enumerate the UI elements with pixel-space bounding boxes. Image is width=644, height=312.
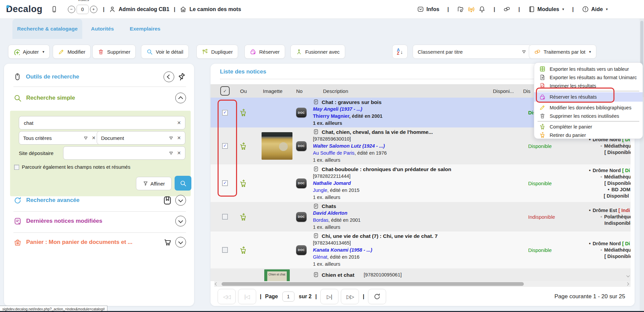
advanced-search-title[interactable]: Recherche avancée [26,197,80,204]
notice-title[interactable]: Chat, chien, cheval, dans la vie de l'ho… [322,128,433,136]
row-checkbox[interactable] [222,143,228,149]
menu-item-delete-unused[interactable]: Supprimer les notices inutilisées [534,112,643,120]
tools-section-title[interactable]: Outils de recherche [26,73,79,80]
column-header-description[interactable]: Description [309,88,489,94]
search-input[interactable] [23,120,177,126]
sort-direction-button[interactable]: AZ ↓ [392,45,408,59]
cover-thumbnail[interactable]: Chien et chat [264,269,290,281]
notice-publisher-link[interactable]: Au Souffle de Paris [313,150,355,156]
last-page-button[interactable] [341,289,359,304]
pin-icon[interactable] [177,72,186,81]
menu-item-remove-basket[interactable]: Retirer du panier [534,131,643,139]
add-button[interactable]: Ajouter [8,45,50,59]
notice-row[interactable]: Chien et chat Chien et chat[978201009506… [211,268,631,281]
first-page-button[interactable] [218,289,236,304]
column-header-notice[interactable]: No [292,88,309,94]
modules-menu-button[interactable]: Modules [528,6,564,13]
column-header-disponibilite[interactable]: Disponi... [489,88,519,94]
funnel-icon[interactable] [169,136,174,141]
tab-recherche-catalogage[interactable]: Recherche & catalogage [12,19,82,39]
clear-doctype-icon[interactable] [177,135,181,141]
clear-site-icon[interactable] [177,150,181,156]
funnel-icon[interactable] [83,136,88,141]
visites-increment-button[interactable]: + [90,6,97,13]
infos-button[interactable]: Infos [417,6,439,13]
reserve-button[interactable]: Réserver [244,45,285,59]
expand-basket-button[interactable] [175,237,186,248]
add-to-cart-icon[interactable] [239,246,247,254]
select-all-checkbox[interactable] [220,86,230,96]
notice-row[interactable]: DOC Chats David Alderton Bordas, édité e… [211,202,631,232]
column-header-outils[interactable]: Ou [235,88,254,94]
add-to-cart-icon[interactable] [239,179,247,188]
notice-row[interactable]: DOC Chat-bouboule : chroniques d'un préd… [211,164,631,202]
tab-exemplaires[interactable]: Exemplaires [130,19,160,39]
notes-checkbox[interactable] [14,165,19,170]
refine-button[interactable]: Affiner [136,177,172,190]
menu-item-reserve-results[interactable]: Réserver les résultats [534,92,643,102]
notice-author-link[interactable]: David Alderton [313,210,348,217]
refresh-button[interactable] [368,289,386,304]
tab-autorites[interactable]: Autorités [90,19,114,39]
expand-recent-notices-button[interactable] [175,216,186,226]
scrollbar-thumb[interactable] [222,282,524,286]
cover-thumbnail[interactable] [262,132,292,160]
menu-item-print[interactable]: Imprimer les résultats [534,82,643,90]
sort-select[interactable]: Classement par titre [413,45,532,59]
notice-publisher-link[interactable]: Thierry Magnier [313,113,349,119]
notice-title[interactable]: Chien et chat [322,271,354,278]
row-checkbox[interactable] [222,214,228,219]
add-to-cart-icon[interactable] [239,108,247,117]
broadcast-icon[interactable] [468,6,475,13]
add-to-cart-icon[interactable] [239,142,247,150]
row-checkbox[interactable] [222,180,228,186]
funnel-icon[interactable] [169,151,174,156]
menu-item-modify-biblio[interactable]: Modifier les données bibliographiques [534,103,643,112]
notice-publisher-link[interactable]: Jungle [313,188,327,193]
notifications-bell-icon[interactable] [478,6,486,13]
bookmark-icon[interactable] [163,196,172,205]
notice-author-link[interactable]: Walter Salomon Lutz (1924 - ...) [313,143,385,150]
current-library[interactable]: Le camion des mots [180,6,241,13]
criteria-select[interactable]: Tous critères [19,131,100,145]
notice-author-link[interactable]: Kanata Konami (1958 - ...) [313,247,372,254]
next-page-button[interactable] [320,289,338,304]
collapse-panel-button[interactable] [164,71,174,82]
clear-query-icon[interactable] [177,120,181,125]
decalog-logo[interactable]: Decalog [6,4,43,14]
doctype-select[interactable]: Document [97,131,185,145]
notice-title[interactable]: Chat-bouboule : chroniques d'un prédateu… [322,166,451,173]
delete-button[interactable]: Supprimer [92,45,136,59]
recent-notices-title[interactable]: Dernières notices modifiées [26,218,102,224]
batch-actions-button[interactable]: Traitements par lot [529,45,596,59]
notice-title[interactable]: Chat : gravures sur bois [322,99,381,106]
basket-section-title[interactable]: Panier : Mon panier de documents et ... [26,239,132,246]
notice-row[interactable]: DOC Chi, une vie de chat (7) : Chi, une … [211,231,631,269]
search-submit-button[interactable] [175,176,191,191]
view-detail-button[interactable]: Voir le détail [141,45,189,59]
current-user[interactable]: Admin decalog CB1 [109,6,169,13]
merge-button[interactable]: Fusionner avec [290,45,345,59]
page-number-input[interactable] [282,292,294,302]
search-query-field[interactable] [19,116,185,129]
notice-title[interactable]: Chi, une vie de chat (7) : Chi, une vie … [322,232,438,240]
clear-criteria-icon[interactable] [92,135,96,141]
previous-page-button[interactable] [238,289,256,304]
collapse-simple-search-button[interactable] [175,93,186,103]
site-depositaire-select[interactable] [63,146,185,160]
menu-item-complete-basket[interactable]: Compléter le panier [534,122,643,131]
column-header-imagette[interactable]: Imagette [254,88,292,94]
modify-button[interactable]: Modifier [53,45,91,59]
simple-search-title[interactable]: Recherche simple [26,95,75,101]
menu-item-export-unimarc[interactable]: Exporter les résultats au format Unimarc [534,73,643,82]
horizontal-scrollbar[interactable] [214,281,631,287]
cart-icon[interactable] [164,238,172,247]
add-to-cart-icon[interactable] [239,213,247,221]
notice-author-link[interactable]: Nathalie Jomard [313,180,351,187]
notice-author-link[interactable]: May Angeli (1937 - ...) [313,106,362,113]
row-checkbox[interactable] [222,247,228,253]
folder-sync-icon[interactable] [457,6,464,13]
notice-publisher-link[interactable]: Glénat [313,254,327,260]
notice-title[interactable]: Chats [322,203,336,210]
menu-item-export-tableur[interactable]: Exporter les résultats vers un tableur [534,65,643,73]
